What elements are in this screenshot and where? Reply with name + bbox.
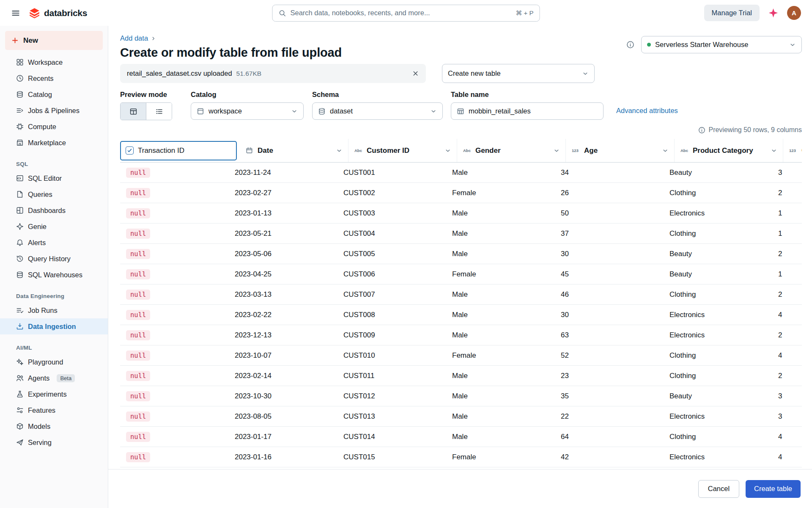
cell-customer-id: CUST014: [337, 427, 446, 447]
sidebar-item[interactable]: Experiments: [0, 386, 108, 402]
search-shortcut: ⌘ + P: [516, 9, 533, 17]
advanced-attributes-link[interactable]: Advanced attributes: [616, 107, 678, 115]
cell-gender: Male: [446, 386, 555, 406]
catalog-value: workspace: [208, 107, 242, 115]
sidebar-item[interactable]: Models: [0, 418, 108, 434]
schema-select[interactable]: dataset: [312, 102, 443, 120]
remove-file-icon[interactable]: [412, 70, 419, 77]
sidebar-item[interactable]: Job Runs: [0, 302, 108, 318]
sidebar-item[interactable]: Catalog: [0, 86, 108, 102]
sidebar-item[interactable]: Genie: [0, 218, 108, 235]
avatar[interactable]: A: [787, 6, 801, 20]
sidebar-item[interactable]: Alerts: [0, 235, 108, 251]
marketplace-icon: [16, 139, 24, 146]
assistant-sparkle-icon[interactable]: [768, 8, 779, 18]
cell-transaction-id: null: [120, 406, 229, 426]
chevron-down-icon: [789, 41, 796, 48]
column-header[interactable]: 123 Age: [565, 139, 674, 162]
chevron-down-icon[interactable]: [662, 147, 669, 154]
cell-transaction-id: null: [120, 224, 229, 243]
raw-view-toggle[interactable]: [146, 103, 172, 120]
plus-icon: [11, 37, 19, 44]
column-header[interactable]: Abc Gender: [457, 139, 565, 162]
cell-age: 45: [555, 264, 664, 284]
sidebar-item[interactable]: Compute: [0, 119, 108, 135]
cell-quantity: 2: [772, 183, 802, 203]
sidebar-item[interactable]: SQL Warehouses: [0, 267, 108, 283]
sidebar-item[interactable]: Queries: [0, 186, 108, 202]
sidebar-item[interactable]: Jobs & Pipelines: [0, 102, 108, 119]
sidebar-item[interactable]: Data Ingestion: [0, 318, 108, 334]
null-value: null: [126, 371, 150, 381]
column-name-editor[interactable]: [120, 141, 237, 160]
cell-transaction-id: null: [120, 203, 229, 223]
string-type-icon: Abc: [463, 147, 472, 154]
cell-customer-id: CUST007: [337, 284, 446, 304]
table-row: null 2023-02-22 CUST008 Male 30 Electron…: [120, 305, 802, 325]
workspace-icon: [16, 58, 24, 66]
warehouse-icon: [16, 271, 24, 279]
chevron-down-icon[interactable]: [444, 147, 451, 154]
sidebar-item[interactable]: Dashboards: [0, 202, 108, 218]
info-icon[interactable]: [626, 41, 634, 49]
cell-product-category: Electronics: [664, 406, 772, 426]
cell-age: 30: [555, 305, 664, 325]
cell-quantity: 4: [772, 427, 802, 447]
cell-gender: Male: [446, 224, 555, 243]
svg-text:Abc: Abc: [354, 148, 362, 153]
table-row: null 2023-05-21 CUST004 Male 37 Clothing…: [120, 224, 802, 244]
cell-date: 2023-02-22: [229, 305, 337, 325]
cell-age: 52: [555, 345, 664, 365]
cell-gender: Male: [446, 406, 555, 426]
column-name-input[interactable]: [138, 146, 231, 155]
sidebar-item[interactable]: SQL Editor: [0, 170, 108, 186]
column-header[interactable]: Date: [239, 139, 348, 162]
sidebar-item[interactable]: Agents Beta: [0, 370, 108, 386]
column-name: Product Category: [693, 146, 753, 155]
null-value: null: [126, 351, 150, 361]
sidebar-item[interactable]: Workspace: [0, 54, 108, 70]
cell-product-category: Beauty: [664, 386, 772, 406]
cell-quantity: 3: [772, 386, 802, 406]
menu-icon[interactable]: [11, 8, 20, 18]
new-button[interactable]: New: [5, 31, 103, 50]
cell-date: 2023-04-25: [229, 264, 337, 284]
sidebar-item[interactable]: Features: [0, 402, 108, 418]
dashboards-icon: [16, 207, 24, 214]
cell-product-category: Clothing: [664, 427, 772, 447]
checkbox-checked-icon[interactable]: [126, 146, 134, 155]
cell-date: 2023-02-27: [229, 183, 337, 203]
sidebar-item[interactable]: Query History: [0, 251, 108, 267]
schema-value: dataset: [330, 107, 353, 115]
chevron-down-icon[interactable]: [553, 147, 560, 154]
catalog-select[interactable]: workspace: [191, 102, 304, 120]
file-size: 51.67KB: [236, 70, 261, 77]
section-heading-data-engineering: Data Engineering: [0, 293, 108, 302]
column-header[interactable]: 123 Quantity: [783, 139, 802, 162]
create-table-button[interactable]: Create table: [746, 480, 801, 498]
sidebar-item[interactable]: Recents: [0, 70, 108, 86]
search-input[interactable]: [291, 9, 512, 17]
cell-transaction-id: null: [120, 305, 229, 325]
table-mode-select[interactable]: Create new table: [442, 64, 595, 83]
breadcrumb-add-data-link[interactable]: Add data: [120, 34, 148, 42]
table-name-input[interactable]: [469, 107, 598, 115]
cell-product-category: Clothing: [664, 345, 772, 365]
column-header[interactable]: Abc Customer ID: [348, 139, 457, 162]
cell-age: 22: [555, 406, 664, 426]
job-runs-icon: [16, 306, 24, 314]
cell-customer-id: CUST006: [337, 264, 446, 284]
table-view-toggle[interactable]: [121, 103, 146, 120]
sidebar-item[interactable]: Serving: [0, 434, 108, 450]
chevron-down-icon[interactable]: [771, 147, 777, 154]
cancel-button[interactable]: Cancel: [698, 480, 739, 498]
sidebar-item[interactable]: Playground: [0, 354, 108, 370]
warehouse-select[interactable]: Serverless Starter Warehouse: [641, 36, 802, 53]
column-name: Quantity: [801, 146, 802, 155]
global-search[interactable]: ⌘ + P: [272, 5, 540, 22]
databricks-logo[interactable]: databricks: [29, 7, 87, 19]
sidebar-item[interactable]: Marketplace: [0, 135, 108, 151]
chevron-down-icon[interactable]: [336, 147, 343, 154]
manage-trial-button[interactable]: Manage Trial: [704, 5, 760, 21]
column-header[interactable]: Abc Product Category: [674, 139, 783, 162]
